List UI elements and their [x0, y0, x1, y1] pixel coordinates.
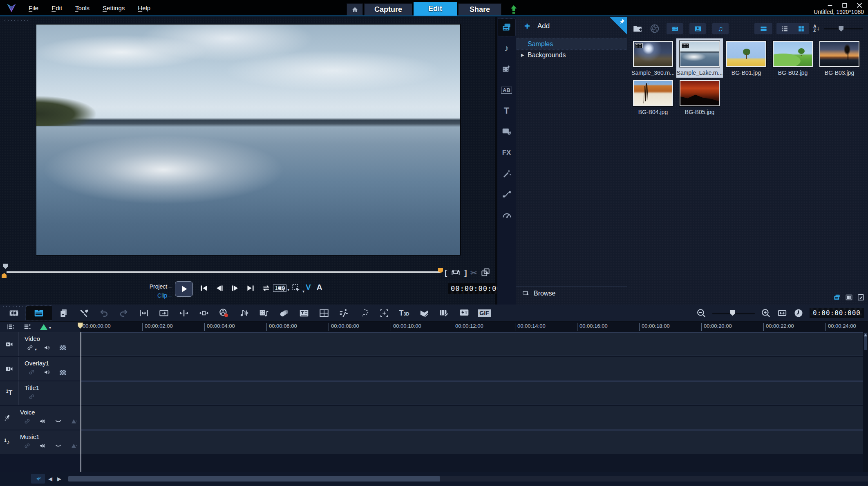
- filter-audio-button[interactable]: ♫: [712, 23, 729, 34]
- timeline-ruler[interactable]: 00:00:00:0000:00:02:0000:00:04:0000:00:0…: [0, 322, 868, 332]
- timeline-zoom-slider[interactable]: [712, 309, 755, 317]
- redo-button[interactable]: [116, 306, 132, 320]
- slider-handle[interactable]: [839, 26, 843, 31]
- track-manager-icon[interactable]: [7, 323, 14, 331]
- media-item[interactable]: BG-B04.jpg: [630, 78, 676, 117]
- track-link-button[interactable]: [20, 417, 34, 425]
- close-button[interactable]: [855, 2, 864, 9]
- upload-button[interactable]: [508, 3, 519, 16]
- storyboard-view-button[interactable]: [6, 306, 22, 320]
- media-thumbnail[interactable]: [726, 41, 766, 67]
- vscroll-up-icon[interactable]: [864, 334, 867, 336]
- ripple-edit-button[interactable]: [156, 306, 172, 320]
- media-item[interactable]: Sample_360.m...: [630, 38, 676, 78]
- track-fade-button[interactable]: [67, 442, 81, 450]
- sort-button[interactable]: AZ↓: [813, 25, 820, 33]
- timeline-playhead-line[interactable]: [81, 332, 81, 472]
- mask-creator-button[interactable]: [356, 306, 372, 320]
- track-lane-title1[interactable]: [81, 381, 863, 405]
- menu-edit[interactable]: Edit: [47, 3, 67, 13]
- clip-mode-label[interactable]: Clip: [157, 292, 172, 299]
- track-fade-button[interactable]: [67, 417, 81, 425]
- tab-edit[interactable]: Edit: [414, 2, 457, 16]
- media-thumbnail[interactable]: [819, 41, 859, 67]
- record-capture-button[interactable]: [216, 306, 232, 320]
- track-lane-video[interactable]: [81, 332, 863, 356]
- media-thumbnail[interactable]: [680, 41, 720, 67]
- track-transparency-button[interactable]: [56, 345, 69, 350]
- media-thumbnail[interactable]: [633, 80, 673, 106]
- track-header-overlay1[interactable]: Overlay1: [0, 357, 81, 381]
- timeline-view-button[interactable]: [26, 306, 52, 320]
- track-header-music1[interactable]: 1♪Music1: [0, 430, 81, 454]
- play-button[interactable]: [175, 281, 193, 297]
- copy-clip-button[interactable]: [56, 306, 72, 320]
- link-caret-icon[interactable]: ▾: [35, 347, 37, 352]
- library-tab-audio-library[interactable]: ♪: [498, 40, 515, 57]
- add-folder-icon[interactable]: [632, 23, 643, 34]
- scroll-right-button[interactable]: ▶: [57, 476, 61, 482]
- selection-tool-caret-icon[interactable]: ▾: [302, 289, 304, 293]
- thumbnail-size-slider[interactable]: [824, 25, 863, 32]
- add-remove-track-icon[interactable]: [23, 323, 31, 331]
- ripple-edit-toggle[interactable]: ▾: [40, 324, 51, 330]
- trim-tool-icon[interactable]: [450, 267, 461, 278]
- track-header-video[interactable]: Video▾: [0, 332, 81, 356]
- track-link-button[interactable]: ▾: [25, 344, 38, 352]
- media-item[interactable]: BG-B02.jpg: [770, 38, 816, 78]
- split-clip-scissors-icon[interactable]: ✂: [470, 269, 477, 277]
- video-toggle-label[interactable]: V: [306, 283, 311, 292]
- track-link-button[interactable]: [25, 393, 38, 401]
- multicam-editor-button[interactable]: [436, 306, 452, 320]
- overlay-blend-button[interactable]: [276, 306, 292, 320]
- scrub-track[interactable]: [7, 271, 441, 273]
- scroll-to-playhead-button[interactable]: [31, 474, 45, 484]
- track-lane-overlay1[interactable]: [81, 357, 863, 381]
- menu-settings[interactable]: Settings: [98, 3, 130, 13]
- minimize-button[interactable]: [825, 2, 834, 9]
- scrub-playhead-marker[interactable]: [3, 264, 8, 269]
- timeline-horizontal-scrollbar[interactable]: [68, 476, 868, 482]
- time-stretch-button[interactable]: [196, 306, 212, 320]
- speech-to-text-button[interactable]: [456, 306, 472, 320]
- subtitle-editor-button[interactable]: [296, 306, 312, 320]
- media-thumbnail[interactable]: [633, 41, 673, 67]
- library-tab-filters[interactable]: FX: [498, 144, 515, 161]
- grid-view-button[interactable]: [793, 23, 809, 34]
- skip-to-end-button[interactable]: [245, 283, 256, 293]
- 3d-title-editor-button[interactable]: T3D: [396, 306, 412, 320]
- scroll-left-button[interactable]: ◀: [48, 476, 52, 482]
- media-thumbnail[interactable]: [680, 80, 720, 106]
- library-tab-overlay-objects[interactable]: [498, 123, 515, 140]
- track-wave-button[interactable]: [51, 417, 65, 425]
- list-view-button[interactable]: [776, 23, 793, 34]
- toggle-preview-pane-button[interactable]: [754, 23, 772, 34]
- audio-toggle-label[interactable]: A: [317, 283, 322, 292]
- library-tab-speed-templates[interactable]: [498, 206, 515, 224]
- timeline-drag-handle[interactable]: [2, 305, 28, 307]
- video-preview[interactable]: [36, 24, 461, 255]
- library-tab-ar-stickers[interactable]: [498, 165, 515, 182]
- trim-start-handle[interactable]: [2, 273, 7, 278]
- track-speaker-button[interactable]: [36, 442, 49, 450]
- track-lane-music1[interactable]: [81, 430, 863, 454]
- library-tab-titles[interactable]: T: [498, 102, 515, 119]
- media-thumbnail[interactable]: [773, 41, 813, 67]
- timeline-vertical-scrollbar[interactable]: [863, 332, 868, 472]
- filter-photos-button[interactable]: [689, 23, 706, 34]
- track-transparency-button[interactable]: [376, 306, 392, 320]
- menu-tools[interactable]: Tools: [70, 3, 94, 13]
- track-wave-button[interactable]: [51, 442, 65, 450]
- aspect-ratio-caret-icon[interactable]: ▾: [287, 287, 289, 292]
- media-item[interactable]: BG-B03.jpg: [816, 38, 863, 78]
- audio-adjust-button[interactable]: [236, 306, 252, 320]
- track-header-voice[interactable]: Voice: [0, 406, 81, 430]
- track-link-button[interactable]: [20, 442, 34, 450]
- motion-tracking-button[interactable]: [336, 306, 352, 320]
- mix-tools-button[interactable]: [76, 306, 92, 320]
- next-frame-button[interactable]: [230, 283, 240, 293]
- zoom-out-button[interactable]: [696, 308, 707, 318]
- split-clip-button[interactable]: [176, 306, 192, 320]
- library-tab-motion-paths[interactable]: [498, 186, 515, 203]
- track-speaker-button[interactable]: [40, 368, 54, 376]
